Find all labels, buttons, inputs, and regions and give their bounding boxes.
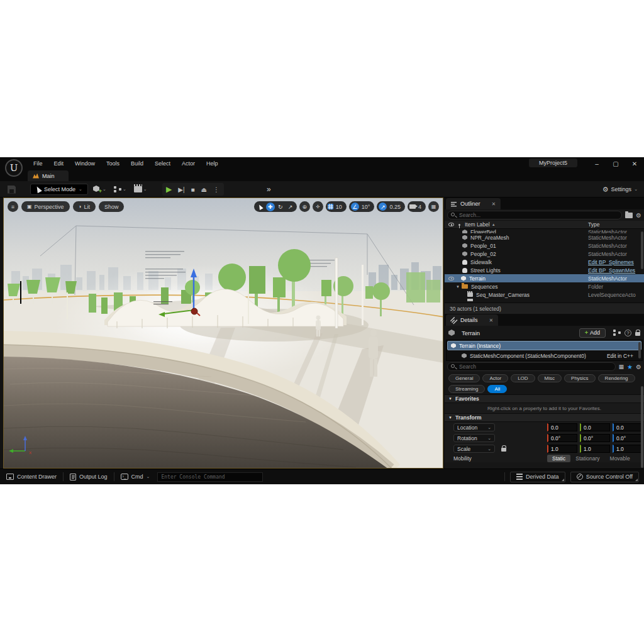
display-options-grid-icon[interactable]: ▦ (619, 364, 625, 370)
edit-blueprint-link[interactable]: Edit BP_Splinemes (588, 259, 642, 265)
scale-dropdown[interactable]: Scale⌄ (453, 445, 495, 453)
outliner-row[interactable]: People_01 StaticMeshActor (445, 242, 644, 250)
eject-button[interactable]: ⏏ (201, 186, 207, 193)
location-x-field[interactable]: 0.0 (547, 423, 577, 431)
filter-actor[interactable]: Actor (482, 374, 508, 382)
details-settings-gear-icon[interactable]: ⚙ (636, 364, 641, 370)
console-command-box[interactable] (157, 472, 263, 482)
details-search[interactable] (447, 362, 616, 371)
source-control-button[interactable]: Source Control Off (570, 472, 639, 482)
outliner-row[interactable]: NPR_AreaMesh StaticMeshActor (445, 233, 644, 242)
component-root-selected[interactable]: Terrain (Instance) (447, 341, 641, 350)
console-command-input[interactable] (157, 472, 263, 482)
create-folder-icon[interactable] (625, 213, 633, 218)
settings-dropdown[interactable]: ⚙ Settings ⌄ (602, 181, 638, 197)
add-actor-dropdown[interactable]: + ⌄ (93, 186, 106, 193)
outliner-close-icon[interactable]: ✕ (492, 201, 496, 207)
rotation-y-field[interactable]: 0.0° (580, 434, 610, 442)
outliner-row[interactable]: People_02 StaticMeshActor (445, 250, 644, 258)
filter-lod[interactable]: LOD (511, 374, 535, 382)
favorites-section-header[interactable]: ▼ Favorites (445, 394, 644, 403)
favorites-star-icon[interactable]: ★ (627, 364, 633, 370)
play-options-kebab-icon[interactable]: ⋮ (213, 186, 220, 193)
view-mode-dropdown[interactable]: ◑ Lit (73, 201, 96, 212)
filter-rendering[interactable]: Rendering (598, 374, 635, 382)
frame-skip-button[interactable]: ▶| (178, 186, 184, 193)
blueprints-dropdown[interactable]: ⌄ (114, 186, 126, 192)
location-z-field[interactable]: 0.0 (613, 423, 643, 431)
mobility-stationary[interactable]: Stationary (570, 455, 604, 462)
output-log-button[interactable]: Output Log (64, 469, 114, 485)
edit-blueprint-link[interactable]: Edit BP_SpawnMes (588, 267, 642, 274)
tab-details[interactable]: Details ✕ (446, 314, 498, 326)
grid-snap-control[interactable]: 10 (326, 201, 347, 212)
edit-in-cpp-link[interactable]: Edit in C++ (607, 353, 633, 359)
outliner-search[interactable] (447, 211, 622, 219)
scale-lock-icon[interactable] (501, 448, 506, 452)
filter-all[interactable]: All (487, 385, 507, 393)
menu-file[interactable]: File (28, 157, 48, 170)
filter-streaming[interactable]: Streaming (448, 385, 485, 393)
outliner-row-folder[interactable]: ▼ Sequences Folder (445, 282, 644, 291)
details-close-icon[interactable]: ✕ (489, 318, 494, 323)
scale-y-field[interactable]: 1.0 (580, 445, 610, 453)
menu-actor[interactable]: Actor (176, 157, 201, 170)
perspective-dropdown[interactable]: ▣ Perspective (21, 201, 70, 212)
menu-build[interactable]: Build (125, 157, 149, 170)
rotation-dropdown[interactable]: Rotation⌄ (453, 434, 495, 442)
expander-triangle-icon[interactable]: ▼ (456, 285, 460, 289)
save-icon[interactable] (8, 186, 16, 194)
mobility-static[interactable]: Static (547, 455, 570, 462)
maximize-viewport-button[interactable]: ▦ (428, 201, 439, 212)
scale-z-field[interactable]: 1.0 (613, 445, 643, 453)
help-icon[interactable]: ? (625, 330, 631, 336)
cmd-dropdown[interactable]: ›_ Cmd ⌄ (114, 469, 157, 485)
content-drawer-button[interactable]: Content Drawer (0, 469, 63, 485)
move-tool-button[interactable]: ✚ (266, 203, 275, 211)
details-scrollbar[interactable] (641, 386, 643, 468)
menu-edit[interactable]: Edit (48, 157, 70, 170)
minimize-button[interactable]: – (592, 160, 601, 167)
details-search-input[interactable] (447, 362, 616, 371)
play-button[interactable]: ▶ (166, 185, 172, 194)
close-button[interactable]: ✕ (630, 160, 639, 167)
derived-data-button[interactable]: Derived Data (510, 472, 565, 482)
filter-misc[interactable]: Misc (538, 374, 562, 382)
scale-x-field[interactable]: 1.0 (547, 445, 577, 453)
filter-physics[interactable]: Physics (564, 374, 596, 382)
level-viewport[interactable]: x ≡ ▣ Perspective ◑ Lit Show (3, 197, 443, 469)
rotate-tool-button[interactable]: ↻ (276, 203, 285, 211)
scale-snap-control[interactable]: ↗ 0.25 (377, 201, 405, 212)
rotation-x-field[interactable]: 0.0° (547, 434, 577, 442)
scale-tool-button[interactable]: ↗ (286, 203, 295, 211)
select-tool-button[interactable] (256, 203, 265, 211)
outliner-row[interactable]: Seq_Master_Cameras LevelSequenceActo (445, 291, 644, 299)
toolbar-overflow-button[interactable]: » (267, 185, 271, 194)
rotation-snap-control[interactable]: ∠ 10° (349, 201, 375, 212)
outliner-row[interactable]: Street Lights Edit BP_SpawnMes (445, 266, 644, 274)
menu-select[interactable]: Select (149, 157, 176, 170)
outliner-row-clipped-top[interactable]: FlowerBed StaticMeshActor (445, 229, 644, 233)
viewport-options-menu[interactable]: ≡ (8, 201, 18, 212)
lock-icon[interactable] (635, 332, 640, 336)
mobility-movable[interactable]: Movable (605, 455, 635, 462)
show-dropdown[interactable]: Show (99, 201, 125, 212)
cinematics-dropdown[interactable]: ⌄ (134, 186, 147, 192)
outliner-row-selected[interactable]: Terrain StaticMeshActor (445, 274, 644, 282)
location-y-field[interactable]: 0.0 (580, 423, 610, 431)
outliner-row[interactable]: Sidewalk Edit BP_Splinemes (445, 258, 644, 266)
filter-general[interactable]: General (448, 374, 480, 382)
component-child[interactable]: StaticMeshComponent (StaticMeshComponent… (447, 351, 642, 360)
outliner-settings-gear-icon[interactable]: ⚙ (636, 212, 641, 219)
menu-window[interactable]: Window (69, 157, 101, 170)
rotation-z-field[interactable]: 0.0° (613, 434, 643, 442)
surface-snapping-button[interactable]: ✣ (313, 201, 323, 212)
outliner-column-header[interactable]: Item Label ▲ Type (445, 221, 644, 229)
unreal-logo-icon[interactable]: U (5, 159, 23, 177)
stop-button[interactable]: ■ (191, 186, 195, 193)
transform-section-header[interactable]: ▼ Transform (445, 413, 644, 422)
outliner-row-clipped-bottom[interactable] (445, 299, 644, 301)
visibility-eye-icon[interactable] (448, 277, 454, 280)
blueprint-convert-icon[interactable] (613, 330, 621, 336)
tab-main-level[interactable]: Main (28, 170, 69, 181)
